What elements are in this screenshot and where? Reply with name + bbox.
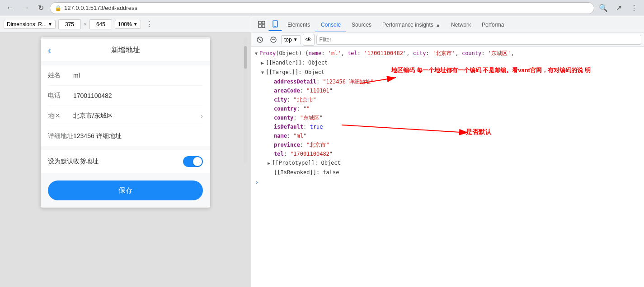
- form-back-button[interactable]: ‹: [48, 45, 51, 56]
- tab-console[interactable]: Console: [315, 18, 346, 32]
- city-key: city: [274, 97, 287, 103]
- tab-sources-label: Sources: [352, 22, 371, 28]
- preview-scrollbar[interactable]: [244, 37, 247, 163]
- device-icon: [272, 20, 279, 28]
- inspector-icon-btn[interactable]: [255, 18, 268, 31]
- county-val: "东城区": [300, 115, 323, 121]
- expand-target-icon[interactable]: ▼: [261, 69, 264, 77]
- province-key: province: [274, 142, 300, 148]
- name-val: "ml": [293, 133, 306, 139]
- console-line-name: name: "ml": [251, 131, 644, 140]
- console-line-isdefault: isDefault: true: [251, 122, 644, 131]
- svg-rect-3: [262, 25, 265, 28]
- console-line-proxy: ▼ Proxy(Object) {name: 'ml', tel: '17001…: [251, 49, 644, 58]
- county-key: county: [274, 115, 293, 121]
- isdefault-key: isDefault: [274, 124, 303, 130]
- proxy-text: Proxy(Object) {name: 'ml', tel: '1700110…: [259, 49, 514, 57]
- toolbar-more-icon[interactable]: ⋮: [146, 20, 153, 28]
- zoom-select[interactable]: 100% ▼: [115, 20, 141, 29]
- areacode-val: "110101": [306, 88, 333, 94]
- console-scroll[interactable]: ▼ Proxy(Object) {name: 'ml', tel: '17001…: [251, 47, 644, 287]
- console-toolbar: top ▼ 👁: [251, 32, 644, 47]
- dimensions-select[interactable]: Dimensions: R... ▼: [4, 20, 56, 29]
- device-icon-btn[interactable]: [268, 18, 282, 31]
- isdefault-val: true: [310, 124, 323, 130]
- devtools-tabs: Elements Console Sources Performance ins…: [251, 16, 644, 32]
- console-line-expand[interactable]: ›: [251, 177, 644, 188]
- expand-proxy-icon[interactable]: ▼: [255, 50, 258, 58]
- inspector-icon: [258, 21, 265, 28]
- dimension-separator: ×: [84, 21, 87, 28]
- forward-button[interactable]: →: [19, 2, 32, 14]
- svg-rect-1: [262, 21, 265, 24]
- tab-performa[interactable]: Performa: [476, 18, 509, 32]
- filter-input[interactable]: [316, 35, 641, 45]
- field-row-region[interactable]: 地区 北京市/东城区 ›: [48, 106, 203, 126]
- console-line-areacode: areaCode: "110101": [251, 86, 644, 95]
- field-value-detail[interactable]: 123456 详细地址: [73, 132, 203, 140]
- right-panel: Elements Console Sources Performance ins…: [251, 16, 644, 287]
- chevron-down-icon: ▼: [48, 22, 52, 27]
- field-label-name: 姓名: [48, 71, 73, 79]
- dimensions-label: Dimensions: R...: [7, 21, 47, 28]
- performance-insights-icon: ▲: [436, 23, 440, 28]
- console-line-handler: ▶ [[Handler]]: Object: [251, 58, 644, 68]
- height-input[interactable]: [89, 19, 112, 29]
- areacode-key: areaCode: [274, 88, 300, 94]
- clear-console-button[interactable]: [254, 34, 266, 46]
- field-row-detail: 详细地址 123456 详细地址: [48, 126, 203, 146]
- tab-network[interactable]: Network: [446, 18, 476, 32]
- tab-elements[interactable]: Elements: [282, 18, 315, 32]
- form-header: ‹ 新增地址: [41, 39, 210, 62]
- share-button[interactable]: ↗: [612, 2, 625, 14]
- svg-rect-2: [259, 25, 261, 28]
- more-button[interactable]: ⋮: [628, 2, 640, 14]
- toggle-label: 设为默认收货地址: [48, 157, 183, 166]
- width-input[interactable]: [58, 19, 81, 29]
- tab-sources[interactable]: Sources: [346, 18, 377, 32]
- console-line-tel: tel: "17001100482": [251, 149, 644, 158]
- field-label-region: 地区: [48, 112, 73, 120]
- expand-prototype-icon[interactable]: ▶: [268, 159, 270, 167]
- handler-text: [[Handler]]: Object: [266, 59, 328, 67]
- field-value-name[interactable]: ml: [73, 72, 203, 79]
- addressdetail-val: "123456 详细地址": [323, 79, 374, 85]
- context-select[interactable]: top ▼: [281, 35, 301, 44]
- save-button[interactable]: 保存: [48, 181, 203, 200]
- province-val: "北京市": [306, 142, 329, 148]
- context-select-label: top: [284, 37, 292, 43]
- expand-more-icon[interactable]: ›: [255, 178, 259, 187]
- block-icon: [270, 37, 277, 43]
- eye-button[interactable]: 👁: [303, 34, 315, 46]
- tab-elements-label: Elements: [287, 22, 310, 28]
- field-value-region: 北京市/东城区: [73, 112, 201, 120]
- svg-rect-0: [259, 21, 261, 24]
- clear-icon: [257, 37, 263, 43]
- tel-val: "17001100482": [290, 151, 333, 157]
- field-label-phone: 电话: [48, 92, 73, 100]
- zoom-label: 100%: [118, 21, 132, 28]
- reload-button[interactable]: ↻: [34, 2, 47, 14]
- console-content-wrapper: ▼ Proxy(Object) {name: 'ml', tel: '17001…: [251, 47, 644, 287]
- tab-performance-insights[interactable]: Performance insights ▲: [377, 18, 446, 32]
- zoom-chevron-icon: ▼: [133, 22, 138, 27]
- address-bar[interactable]: 🔒 127.0.0.1:5173/edit-address: [50, 2, 594, 14]
- mobile-frame: ‹ 新增地址 姓名 ml 电话 17001100482 地区: [41, 37, 210, 208]
- back-button[interactable]: ←: [4, 2, 16, 14]
- tab-performance-insights-label: Performance insights: [382, 22, 433, 28]
- country-key: country: [274, 106, 297, 112]
- console-line-prototype: ▶ [[Prototype]]: Object: [251, 158, 644, 168]
- address-bar-icon: 🔒: [55, 5, 61, 11]
- form-fields: 姓名 ml 电话 17001100482 地区 北京市/东城区 › 详细地址: [41, 65, 210, 146]
- name-key: name: [274, 133, 287, 139]
- form-title: 新增地址: [111, 46, 140, 55]
- expand-handler-icon[interactable]: ▶: [261, 59, 264, 67]
- toggle-switch[interactable]: [183, 156, 203, 167]
- save-button-wrapper: 保存: [41, 173, 210, 208]
- field-value-phone[interactable]: 17001100482: [73, 92, 203, 99]
- search-button[interactable]: 🔍: [597, 2, 610, 14]
- field-row-name: 姓名 ml: [48, 65, 203, 86]
- responsive-toolbar: Dimensions: R... ▼ × 100% ▼ ⋮: [0, 16, 251, 32]
- block-button[interactable]: [268, 34, 279, 46]
- tab-performa-label: Performa: [482, 22, 504, 28]
